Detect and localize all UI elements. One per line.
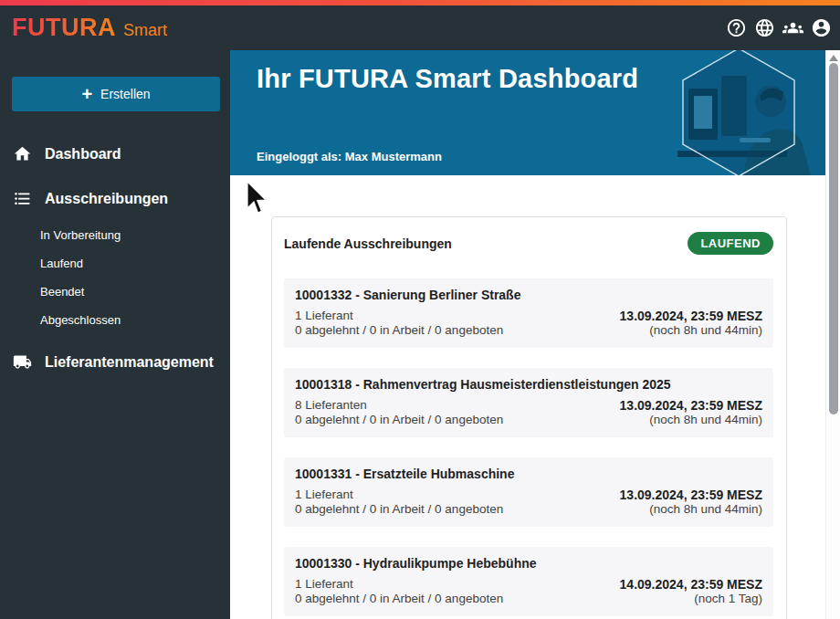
tender-time-remaining: (noch 8h und 44min) <box>620 502 762 517</box>
create-button[interactable]: + Erstellen <box>12 77 220 111</box>
tender-deadline: 13.09.2024, 23:59 MESZ <box>620 398 762 413</box>
sidebar: + Erstellen Dashboard Ausschreibungen In… <box>0 50 230 619</box>
list-icon <box>13 189 32 208</box>
scrollbar-thumb[interactable] <box>829 63 838 414</box>
tender-deadline: 14.09.2024, 23:59 MESZ <box>620 577 762 592</box>
tender-offer-status: 0 abgelehnt / 0 in Arbeit / 0 angeboten <box>295 502 503 517</box>
tender-deadline: 13.09.2024, 23:59 MESZ <box>620 488 762 502</box>
tender-suppliers: 8 Lieferanten <box>295 398 503 413</box>
tender-row[interactable]: 10001330 - Hydraulikpumpe Hebebühne 1 Li… <box>284 547 773 616</box>
app-window: FUTURA Smart + Erstellen <box>0 0 840 619</box>
sidebar-subitem-laufend[interactable]: Laufend <box>0 249 230 278</box>
tender-title: 10001318 - Rahmenvertrag Hausmeisterdien… <box>295 377 762 392</box>
tender-supplier-info: 1 Lieferant 0 abgelehnt / 0 in Arbeit / … <box>295 488 503 517</box>
scrollbar-up-arrow-icon[interactable] <box>829 55 838 61</box>
help-icon[interactable] <box>724 16 748 40</box>
tender-deadline: 13.09.2024, 23:59 MESZ <box>620 309 762 323</box>
tender-row[interactable]: 10001331 - Ersatzteile Hubmaschine 1 Lie… <box>284 457 773 527</box>
tender-time-remaining: (noch 8h und 44min) <box>620 413 762 427</box>
account-icon[interactable] <box>809 16 833 40</box>
tender-deadline-info: 13.09.2024, 23:59 MESZ (noch 8h und 44mi… <box>620 488 762 517</box>
sidebar-item-label: Dashboard <box>45 146 121 163</box>
sidebar-item-label: Lieferantenmanagement <box>45 354 214 371</box>
tender-time-remaining: (noch 8h und 44min) <box>620 323 762 338</box>
card-title: Laufende Ausschreibungen <box>284 236 452 251</box>
tender-suppliers: 1 Lieferant <box>295 309 503 323</box>
globe-icon[interactable] <box>752 16 776 40</box>
logged-in-as-text: Eingeloggt als: Max Mustermann <box>257 150 442 163</box>
tender-supplier-info: 1 Lieferant 0 abgelehnt / 0 in Arbeit / … <box>295 309 503 338</box>
tender-deadline-info: 14.09.2024, 23:59 MESZ (noch 1 Tag) <box>620 577 762 606</box>
sidebar-subitem-abgeschlossen[interactable]: Abgeschlossen <box>0 306 230 334</box>
content-area: Laufende Ausschreibungen LAUFEND 1000133… <box>230 175 840 619</box>
tender-title: 10001332 - Sanierung Berliner Straße <box>295 288 762 302</box>
running-tenders-card: Laufende Ausschreibungen LAUFEND 1000133… <box>271 216 787 619</box>
main-area: Ihr FUTURA Smart Dashboard Eingeloggt al… <box>230 50 840 619</box>
tender-time-remaining: (noch 1 Tag) <box>620 592 762 606</box>
tender-row[interactable]: 10001318 - Rahmenvertrag Hausmeisterdien… <box>284 368 773 437</box>
home-icon <box>13 144 32 163</box>
logo-brand-text: FUTURA <box>12 14 116 42</box>
tender-title: 10001330 - Hydraulikpumpe Hebebühne <box>295 556 762 571</box>
tender-title: 10001331 - Ersatzteile Hubmaschine <box>295 467 762 481</box>
tender-row[interactable]: 10001332 - Sanierung Berliner Straße 1 L… <box>284 278 773 348</box>
topbar-icon-group <box>724 16 833 40</box>
sidebar-subitem-beendet[interactable]: Beendet <box>0 278 230 306</box>
sidebar-subitem-in-vorbereitung[interactable]: In Vorbereitung <box>0 221 230 249</box>
create-button-label: Erstellen <box>100 87 150 101</box>
sidebar-item-supplier-management[interactable]: Lieferantenmanagement <box>0 340 230 384</box>
sidebar-item-label: Ausschreibungen <box>45 191 168 207</box>
banner-hexagon-image <box>652 50 825 175</box>
tender-offer-status: 0 abgelehnt / 0 in Arbeit / 0 angeboten <box>295 413 503 427</box>
tender-supplier-info: 8 Lieferanten 0 abgelehnt / 0 in Arbeit … <box>295 398 503 427</box>
groups-icon[interactable] <box>781 16 804 40</box>
plus-icon: + <box>81 85 92 103</box>
futura-smart-logo[interactable]: FUTURA Smart <box>12 14 167 42</box>
tender-suppliers: 1 Lieferant <box>295 577 503 592</box>
tender-offer-status: 0 abgelehnt / 0 in Arbeit / 0 angeboten <box>295 592 503 606</box>
tender-suppliers: 1 Lieferant <box>295 488 503 502</box>
card-header: Laufende Ausschreibungen LAUFEND <box>284 232 773 255</box>
tender-supplier-info: 1 Lieferant 0 abgelehnt / 0 in Arbeit / … <box>295 577 503 606</box>
sidebar-item-tenders[interactable]: Ausschreibungen <box>0 176 230 221</box>
dashboard-banner: Ihr FUTURA Smart Dashboard Eingeloggt al… <box>230 50 825 175</box>
vertical-scrollbar[interactable] <box>825 50 840 619</box>
tender-offer-status: 0 abgelehnt / 0 in Arbeit / 0 angeboten <box>295 323 503 338</box>
top-bar: FUTURA Smart <box>0 5 840 50</box>
status-badge: LAUFEND <box>688 232 773 255</box>
tender-deadline-info: 13.09.2024, 23:59 MESZ (noch 8h und 44mi… <box>620 309 762 338</box>
logo-suffix-text: Smart <box>123 21 167 40</box>
truck-icon <box>13 352 32 372</box>
tender-deadline-info: 13.09.2024, 23:59 MESZ (noch 8h und 44mi… <box>620 398 762 427</box>
sidebar-item-dashboard[interactable]: Dashboard <box>0 131 230 176</box>
tenders-submenu: In Vorbereitung Laufend Beendet Abgeschl… <box>0 221 230 340</box>
